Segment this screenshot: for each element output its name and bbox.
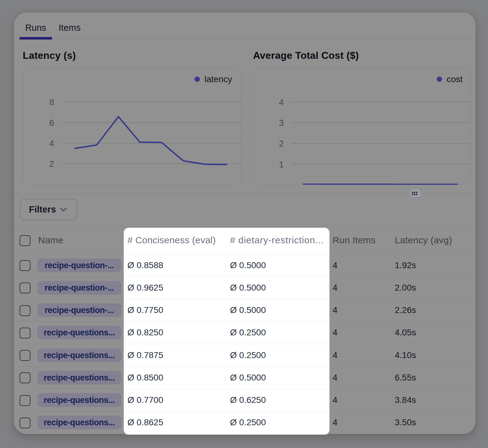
svg-text:4: 4 xyxy=(49,138,54,148)
svg-text:3: 3 xyxy=(279,118,284,128)
svg-text:1: 1 xyxy=(279,160,284,169)
svg-text:2: 2 xyxy=(279,139,284,148)
svg-text:6: 6 xyxy=(49,118,54,128)
svg-text:4: 4 xyxy=(279,97,284,107)
svg-text:2: 2 xyxy=(49,159,54,169)
svg-text:8: 8 xyxy=(49,97,54,107)
